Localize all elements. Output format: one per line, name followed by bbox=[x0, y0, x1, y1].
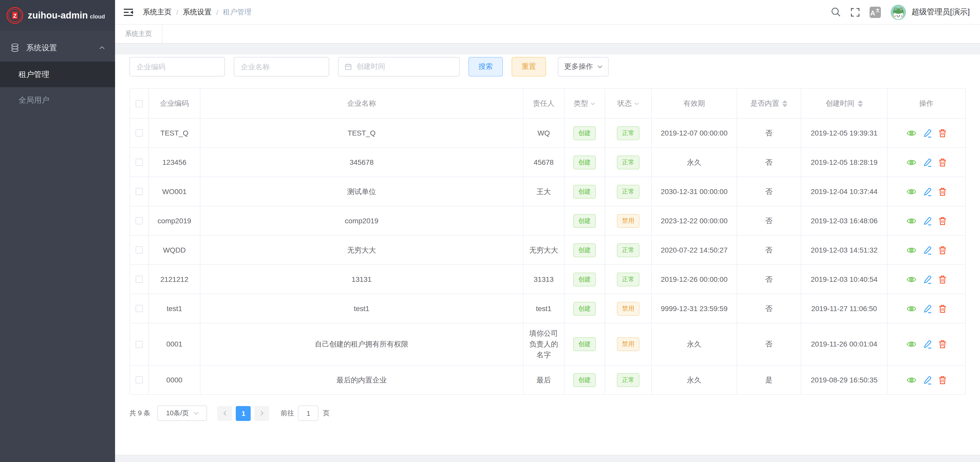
search-icon[interactable] bbox=[831, 7, 840, 17]
more-actions-button[interactable]: 更多操作 bbox=[558, 57, 609, 76]
view-button[interactable] bbox=[906, 158, 916, 166]
edit-button[interactable] bbox=[923, 304, 931, 313]
delete-button[interactable] bbox=[938, 246, 947, 254]
filter-caret-icon[interactable] bbox=[634, 102, 639, 105]
filter-caret-icon[interactable] bbox=[591, 102, 595, 105]
view-button[interactable] bbox=[906, 217, 916, 225]
row-checkbox[interactable] bbox=[135, 341, 143, 348]
fullscreen-icon[interactable] bbox=[850, 8, 859, 17]
delete-button[interactable] bbox=[938, 216, 947, 225]
view-button[interactable] bbox=[906, 376, 916, 384]
page-size-select[interactable]: 10条/页 bbox=[158, 405, 207, 421]
row-checkbox[interactable] bbox=[135, 188, 143, 195]
cell-created: 2019-12-03 10:40:54 bbox=[801, 265, 887, 294]
trash-icon bbox=[938, 304, 947, 313]
next-page-button[interactable] bbox=[255, 406, 269, 421]
trash-icon bbox=[938, 129, 947, 137]
sidebar-menu: 系统设置 租户管理全局用户 bbox=[0, 31, 115, 113]
view-button[interactable] bbox=[906, 246, 916, 254]
select-all-checkbox[interactable] bbox=[135, 100, 143, 107]
app-logo[interactable]: Z zuihou-admin cloud bbox=[0, 0, 115, 31]
chevron-down-icon bbox=[597, 65, 602, 68]
cell-status: 禁用 bbox=[605, 206, 652, 235]
column-header-status[interactable]: 状态 bbox=[605, 89, 652, 118]
pagination-total: 共 9 条 bbox=[129, 409, 150, 418]
delete-button[interactable] bbox=[938, 340, 947, 349]
sidebar-item-global-users[interactable]: 全局用户 bbox=[0, 87, 115, 113]
edit-button[interactable] bbox=[923, 216, 931, 225]
view-button[interactable] bbox=[906, 275, 916, 283]
view-button[interactable] bbox=[906, 305, 916, 312]
delete-button[interactable] bbox=[938, 376, 947, 384]
pager: 1 bbox=[218, 406, 269, 421]
view-button[interactable] bbox=[906, 129, 916, 137]
breadcrumb-item[interactable]: 系统设置 bbox=[183, 8, 212, 17]
cell-type: 创建 bbox=[564, 235, 605, 265]
search-button[interactable]: 搜索 bbox=[468, 57, 503, 76]
delete-button[interactable] bbox=[938, 129, 947, 137]
row-checkbox[interactable] bbox=[135, 217, 143, 224]
row-checkbox[interactable] bbox=[135, 159, 143, 166]
sidebar-group-system-settings[interactable]: 系统设置 bbox=[0, 34, 115, 62]
column-header-created[interactable]: 创建时间 bbox=[801, 89, 887, 118]
sort-carets-icon[interactable] bbox=[858, 100, 863, 107]
enterprise-code-input[interactable] bbox=[129, 57, 225, 76]
view-button[interactable] bbox=[906, 187, 916, 195]
sidebar-collapse-icon[interactable] bbox=[123, 8, 134, 17]
delete-button[interactable] bbox=[938, 158, 947, 167]
reset-button[interactable]: 重置 bbox=[512, 57, 546, 76]
column-header-expire: 有效期 bbox=[652, 89, 737, 118]
avatar[interactable] bbox=[890, 4, 906, 20]
edit-button[interactable] bbox=[923, 246, 931, 254]
status-badge: 正常 bbox=[617, 243, 640, 257]
page-number-1[interactable]: 1 bbox=[236, 406, 251, 421]
goto-page-input[interactable] bbox=[298, 405, 319, 421]
language-icon[interactable]: A文 bbox=[869, 6, 881, 18]
row-checkbox[interactable] bbox=[135, 129, 143, 137]
sort-carets-icon[interactable] bbox=[782, 100, 788, 107]
table-row: 0001自己创建的租户拥有所有权限填你公司负责人的名字创建禁用永久否2019-1… bbox=[130, 323, 966, 365]
cell-check bbox=[130, 323, 149, 365]
eye-icon bbox=[906, 129, 916, 137]
cell-name: test1 bbox=[200, 294, 523, 323]
delete-button[interactable] bbox=[938, 187, 947, 196]
type-badge: 创建 bbox=[573, 126, 596, 140]
column-label: 创建时间 bbox=[826, 99, 854, 108]
tab-system-home[interactable]: 系统主页 bbox=[115, 25, 162, 43]
filter-bar: 创建时间 搜索 重置 更多操作 bbox=[129, 57, 966, 76]
row-checkbox[interactable] bbox=[135, 305, 143, 312]
trash-icon bbox=[938, 187, 947, 196]
eye-icon bbox=[906, 340, 916, 348]
edit-button[interactable] bbox=[923, 158, 931, 167]
column-header-name: 企业名称 bbox=[200, 89, 523, 118]
column-header-type[interactable]: 类型 bbox=[564, 89, 605, 118]
breadcrumb: 系统主页/系统设置/租户管理 bbox=[143, 8, 252, 17]
prev-page-button[interactable] bbox=[218, 406, 232, 421]
edit-button[interactable] bbox=[923, 340, 931, 349]
username[interactable]: 超级管理员[演示] bbox=[912, 7, 970, 17]
row-checkbox[interactable] bbox=[135, 276, 143, 283]
cell-ops bbox=[887, 206, 966, 235]
edit-button[interactable] bbox=[923, 187, 931, 196]
column-label: 操作 bbox=[919, 99, 934, 108]
row-actions bbox=[892, 129, 961, 137]
edit-button[interactable] bbox=[923, 275, 931, 284]
cell-status: 正常 bbox=[605, 177, 652, 206]
row-checkbox[interactable] bbox=[135, 376, 143, 383]
enterprise-name-input[interactable] bbox=[234, 57, 329, 76]
content-panel: 创建时间 搜索 重置 更多操作 企业编码企业名称责任人类型状态有效期是否内置创建… bbox=[115, 54, 980, 455]
sidebar-item-tenant-management[interactable]: 租户管理 bbox=[0, 62, 115, 87]
row-checkbox[interactable] bbox=[135, 246, 143, 254]
type-badge: 创建 bbox=[573, 272, 596, 286]
view-button[interactable] bbox=[906, 340, 916, 348]
footer-strip bbox=[115, 455, 980, 462]
status-badge: 禁用 bbox=[617, 214, 640, 228]
column-header-builtin[interactable]: 是否内置 bbox=[737, 89, 801, 118]
created-time-input[interactable]: 创建时间 bbox=[338, 57, 460, 76]
edit-button[interactable] bbox=[923, 129, 931, 137]
cell-ops bbox=[887, 118, 966, 148]
breadcrumb-item[interactable]: 系统主页 bbox=[143, 8, 172, 17]
edit-button[interactable] bbox=[923, 376, 931, 384]
delete-button[interactable] bbox=[938, 275, 947, 284]
delete-button[interactable] bbox=[938, 304, 947, 313]
